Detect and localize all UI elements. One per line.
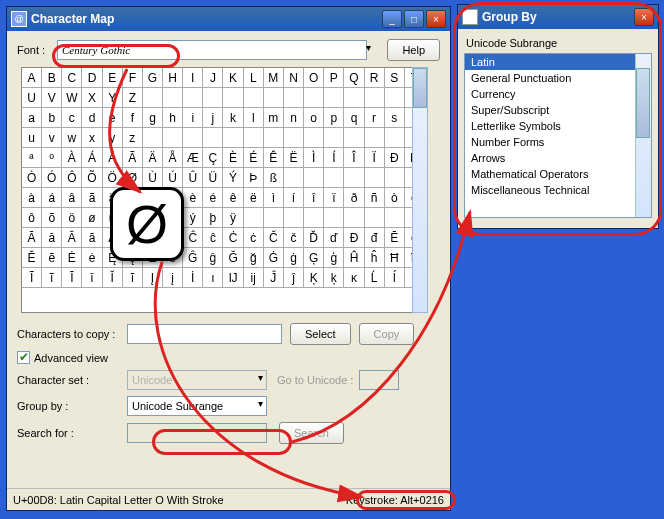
groupby-list[interactable]: LatinGeneral PunctuationCurrencySuper/Su… (464, 53, 652, 218)
char-cell[interactable]: á (42, 188, 62, 208)
char-cell[interactable]: P (324, 68, 344, 88)
char-cell[interactable]: H (163, 68, 183, 88)
char-cell[interactable] (365, 88, 385, 108)
char-cell[interactable]: z (123, 128, 143, 148)
char-cell[interactable]: Ī (62, 268, 82, 288)
char-cell[interactable] (304, 208, 324, 228)
char-cell[interactable] (385, 128, 405, 148)
char-cell[interactable]: G (143, 68, 163, 88)
char-cell[interactable]: Ü (203, 168, 223, 188)
char-cell[interactable]: y (103, 128, 123, 148)
char-cell[interactable]: Ĉ (183, 228, 203, 248)
char-cell[interactable] (284, 168, 304, 188)
char-cell[interactable] (183, 128, 203, 148)
char-cell[interactable]: Ģ (304, 248, 324, 268)
char-cell[interactable]: Đ (385, 148, 405, 168)
char-cell[interactable]: ă (82, 228, 102, 248)
char-cell[interactable]: Q (344, 68, 364, 88)
char-cell[interactable]: s (385, 108, 405, 128)
char-cell[interactable]: Ĝ (183, 248, 203, 268)
char-cell[interactable] (244, 88, 264, 108)
char-cell[interactable] (385, 88, 405, 108)
char-cell[interactable]: ğ (244, 248, 264, 268)
char-cell[interactable]: í (284, 188, 304, 208)
char-cell[interactable]: ď (324, 228, 344, 248)
char-cell[interactable]: Ē (385, 228, 405, 248)
char-cell[interactable]: ò (385, 188, 405, 208)
groupby-item[interactable]: Arrows (465, 150, 651, 166)
char-cell[interactable] (183, 88, 203, 108)
char-cell[interactable]: S (385, 68, 405, 88)
char-cell[interactable]: N (284, 68, 304, 88)
char-cell[interactable]: Õ (82, 168, 102, 188)
char-cell[interactable] (304, 88, 324, 108)
char-cell[interactable]: O (304, 68, 324, 88)
char-cell[interactable] (203, 88, 223, 108)
char-cell[interactable]: Ì (304, 148, 324, 168)
char-cell[interactable]: ĕ (42, 248, 62, 268)
maximize-button[interactable]: □ (404, 10, 424, 28)
char-cell[interactable]: ô (22, 208, 42, 228)
char-cell[interactable]: ķ (324, 268, 344, 288)
char-cell[interactable]: Ė (62, 248, 82, 268)
char-cell[interactable]: İ (183, 268, 203, 288)
char-cell[interactable]: Ā (22, 228, 42, 248)
groupby-scrollbar[interactable] (635, 54, 651, 217)
char-cell[interactable]: ª (22, 148, 42, 168)
char-cell[interactable] (244, 128, 264, 148)
char-cell[interactable]: m (264, 108, 284, 128)
char-cell[interactable]: ĵ (284, 268, 304, 288)
char-cell[interactable]: ĥ (365, 248, 385, 268)
char-cell[interactable] (344, 88, 364, 108)
char-cell[interactable]: ĳ (244, 268, 264, 288)
char-cell[interactable]: Ĩ (22, 268, 42, 288)
char-cell[interactable]: ñ (365, 188, 385, 208)
char-cell[interactable] (264, 128, 284, 148)
char-cell[interactable]: ï (324, 188, 344, 208)
char-cell[interactable]: Ĵ (264, 268, 284, 288)
char-cell[interactable]: è (183, 188, 203, 208)
char-cell[interactable]: Æ (183, 148, 203, 168)
char-cell[interactable] (143, 128, 163, 148)
char-cell[interactable]: Á (82, 148, 102, 168)
groupby-select[interactable]: Unicode Subrange (127, 396, 267, 416)
char-cell[interactable] (385, 208, 405, 228)
char-cell[interactable]: Ķ (304, 268, 324, 288)
groupby-item[interactable]: Super/Subscript (465, 102, 651, 118)
char-cell[interactable] (365, 128, 385, 148)
char-cell[interactable]: ĉ (203, 228, 223, 248)
char-cell[interactable]: r (365, 108, 385, 128)
groupby-item[interactable]: Mathematical Operators (465, 166, 651, 182)
char-cell[interactable]: C (62, 68, 82, 88)
char-cell[interactable]: ĩ (42, 268, 62, 288)
char-cell[interactable]: f (123, 108, 143, 128)
char-cell[interactable]: J (203, 68, 223, 88)
char-cell[interactable]: K (223, 68, 243, 88)
char-cell[interactable]: D (82, 68, 102, 88)
char-cell[interactable]: ö (62, 208, 82, 228)
char-cell[interactable] (385, 168, 405, 188)
char-cell[interactable]: ë (244, 188, 264, 208)
char-cell[interactable]: Ï (365, 148, 385, 168)
char-cell[interactable]: º (42, 148, 62, 168)
char-cell[interactable]: j (203, 108, 223, 128)
char-cell[interactable]: d (82, 108, 102, 128)
char-cell[interactable]: R (365, 68, 385, 88)
char-cell[interactable]: Ö (103, 168, 123, 188)
char-cell[interactable]: Ë (284, 148, 304, 168)
char-cell[interactable]: â (62, 188, 82, 208)
char-cell[interactable] (284, 128, 304, 148)
groupby-item[interactable]: Miscellaneous Technical (465, 182, 651, 198)
char-cell[interactable]: a (22, 108, 42, 128)
advanced-view-checkbox[interactable]: ✔ (17, 351, 30, 364)
char-cell[interactable] (324, 168, 344, 188)
char-cell[interactable]: Ă (62, 228, 82, 248)
char-cell[interactable]: į (163, 268, 183, 288)
char-cell[interactable]: Ô (62, 168, 82, 188)
char-cell[interactable]: Z (123, 88, 143, 108)
char-cell[interactable]: ø (82, 208, 102, 228)
char-cell[interactable]: ĸ (344, 268, 364, 288)
minimize-button[interactable]: _ (382, 10, 402, 28)
select-button[interactable]: Select (290, 323, 351, 345)
char-cell[interactable]: w (62, 128, 82, 148)
